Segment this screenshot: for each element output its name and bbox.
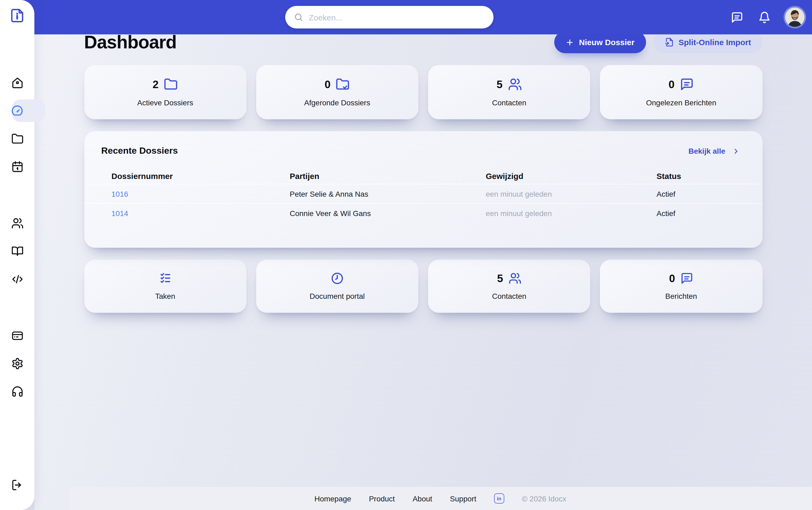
messages-button[interactable] bbox=[730, 11, 743, 24]
new-dossier-label: Nieuw Dossier bbox=[579, 38, 634, 47]
recent-dossiers-table: Dossiernummer Partijen Gewijzigd Status … bbox=[84, 168, 762, 223]
stat-label: Actieve Dossiers bbox=[137, 98, 193, 107]
page-title: Dashboard bbox=[84, 32, 176, 53]
footer-link-support[interactable]: Support bbox=[450, 494, 476, 503]
linkedin-icon[interactable]: in bbox=[494, 493, 504, 504]
sidebar-item-dashboard[interactable] bbox=[11, 104, 24, 117]
clock-icon bbox=[331, 272, 344, 285]
dossier-modified: een minuut geleden bbox=[486, 190, 657, 198]
users-icon bbox=[11, 217, 23, 229]
shortcut-card-tasks[interactable]: Taken bbox=[84, 260, 246, 313]
dossier-status: Actief bbox=[657, 209, 762, 218]
copyright-text: © 2026 Idocx bbox=[522, 494, 566, 503]
folder-icon bbox=[164, 77, 178, 91]
sidebar-item-support[interactable] bbox=[11, 385, 24, 398]
sidebar-item-dossiers[interactable] bbox=[11, 132, 24, 145]
sidebar-item-billing[interactable] bbox=[11, 329, 24, 342]
calendar-icon bbox=[11, 161, 23, 173]
gauge-icon bbox=[11, 104, 24, 117]
file-import-icon bbox=[665, 38, 674, 47]
bell-icon bbox=[758, 11, 771, 23]
shortcut-label: Berichten bbox=[665, 292, 697, 301]
notifications-button[interactable] bbox=[758, 11, 771, 24]
footer-link-about[interactable]: About bbox=[413, 494, 432, 503]
dossier-parties: Connie Veer & Wil Gans bbox=[290, 209, 486, 218]
stat-value: 0 bbox=[325, 78, 331, 90]
sidebar-item-home[interactable] bbox=[11, 76, 24, 89]
shortcut-label: Document portal bbox=[310, 292, 365, 301]
search-input[interactable] bbox=[309, 12, 485, 22]
credit-card-icon bbox=[11, 329, 23, 342]
search-bar[interactable] bbox=[285, 6, 493, 28]
message-square-icon bbox=[731, 11, 743, 23]
message-square-icon bbox=[680, 77, 694, 91]
sidebar bbox=[0, 0, 34, 510]
stat-label: Ongelezen Berichten bbox=[646, 98, 716, 107]
recent-dossiers-panel: Recente Dossiers Bekijk alle Dossiernumm… bbox=[84, 131, 762, 248]
recent-dossiers-title: Recente Dossiers bbox=[101, 146, 178, 157]
sidebar-item-settings[interactable] bbox=[11, 357, 24, 370]
footer-link-homepage[interactable]: Homepage bbox=[314, 494, 351, 503]
view-all-link[interactable]: Bekijk alle bbox=[689, 147, 740, 155]
plus-icon bbox=[566, 38, 574, 47]
column-header-modified: Gewijzigd bbox=[486, 171, 657, 180]
shortcut-value: 5 bbox=[497, 272, 503, 285]
home-icon bbox=[11, 77, 23, 89]
split-online-import-button[interactable]: Split-Online Import bbox=[653, 31, 762, 53]
main-content: Dashboard Nieuw Dossier Split-Online Imp… bbox=[34, 0, 812, 510]
split-online-import-label: Split-Online Import bbox=[679, 38, 751, 47]
users-icon bbox=[508, 272, 521, 285]
shortcut-value: 0 bbox=[669, 272, 675, 285]
stat-card-contacts[interactable]: 5 Contacten bbox=[428, 65, 591, 119]
folder-icon bbox=[11, 133, 23, 145]
dossier-status: Actief bbox=[657, 190, 762, 198]
headphones-icon bbox=[11, 385, 23, 397]
stat-value: 5 bbox=[497, 78, 502, 90]
stat-card-completed-dossiers[interactable]: 0 Afgeronde Dossiers bbox=[256, 65, 419, 119]
footer-link-product[interactable]: Product bbox=[369, 494, 395, 503]
column-header-parties: Partijen bbox=[290, 171, 486, 180]
column-header-number: Dossiernummer bbox=[112, 171, 290, 180]
avatar-photo bbox=[785, 7, 805, 27]
dossier-modified: een minuut geleden bbox=[486, 209, 657, 218]
stat-card-active-dossiers[interactable]: 2 Actieve Dossiers bbox=[84, 65, 246, 119]
sidebar-item-logout[interactable] bbox=[11, 479, 24, 492]
dossier-parties: Peter Selie & Anna Nas bbox=[290, 190, 486, 198]
chevron-right-icon bbox=[732, 147, 740, 155]
dossier-number-link[interactable]: 1014 bbox=[112, 209, 290, 218]
shortcut-label: Contacten bbox=[492, 292, 526, 301]
list-checks-icon bbox=[159, 272, 172, 285]
table-row[interactable]: 1016 Peter Selie & Anna Nas een minuut g… bbox=[84, 184, 762, 204]
stat-value: 0 bbox=[669, 78, 674, 90]
new-dossier-button[interactable]: Nieuw Dossier bbox=[554, 31, 646, 53]
logout-icon bbox=[11, 479, 23, 491]
shortcut-card-contacts[interactable]: 5 Contacten bbox=[428, 260, 591, 313]
shortcut-card-document-portal[interactable]: Document portal bbox=[256, 260, 419, 313]
book-open-icon bbox=[11, 245, 23, 257]
footer: Homepage Product About Support in © 2026… bbox=[69, 487, 812, 510]
message-square-icon bbox=[681, 272, 693, 285]
folder-check-icon bbox=[336, 77, 350, 91]
column-header-status: Status bbox=[657, 171, 762, 180]
stat-label: Afgeronde Dossiers bbox=[304, 98, 370, 107]
gear-icon bbox=[11, 357, 23, 369]
sidebar-item-developer[interactable] bbox=[11, 273, 24, 285]
table-header-row: Dossiernummer Partijen Gewijzigd Status bbox=[84, 168, 762, 184]
stat-value: 2 bbox=[152, 78, 158, 90]
sidebar-item-library[interactable] bbox=[11, 245, 24, 257]
dossier-number-link[interactable]: 1016 bbox=[112, 190, 290, 198]
sidebar-item-contacts[interactable] bbox=[11, 217, 24, 229]
view-all-label: Bekijk alle bbox=[689, 147, 725, 155]
topbar bbox=[0, 0, 812, 34]
stat-card-unread-messages[interactable]: 0 Ongelezen Berichten bbox=[600, 65, 762, 119]
table-row[interactable]: 1014 Connie Veer & Wil Gans een minuut g… bbox=[84, 204, 762, 223]
shortcut-label: Taken bbox=[155, 292, 175, 301]
stat-label: Contacten bbox=[492, 98, 526, 107]
app-logo-file-info-icon[interactable] bbox=[9, 7, 25, 24]
shortcut-card-messages[interactable]: 0 Berichten bbox=[600, 260, 762, 313]
search-icon bbox=[294, 12, 303, 22]
sidebar-item-calendar[interactable] bbox=[11, 160, 24, 173]
users-icon bbox=[508, 77, 522, 91]
user-avatar[interactable] bbox=[785, 7, 805, 27]
code-icon bbox=[11, 273, 23, 285]
